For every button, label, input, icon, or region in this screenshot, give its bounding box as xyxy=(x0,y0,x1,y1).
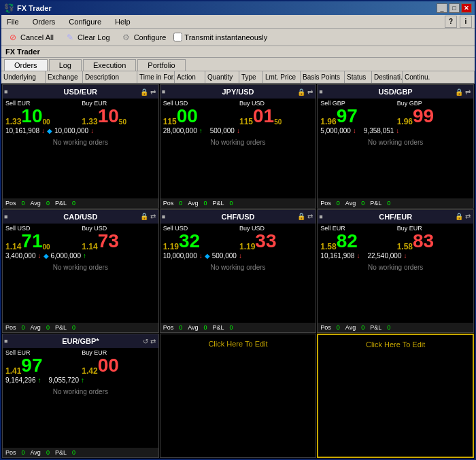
vol-sell-eur-gbp: 9,164,296 xyxy=(5,376,36,384)
click-edit-label-1[interactable]: Click Here To Edit xyxy=(160,337,316,351)
menu-file[interactable]: File xyxy=(4,16,22,27)
corner-icon-3: ■ xyxy=(319,88,322,95)
sell-side-chf-usd: Sell USD 1.19 32 xyxy=(163,225,237,251)
help-area: ? i xyxy=(445,16,472,28)
sell-prefix-jpy-usd: 115 xyxy=(163,118,177,126)
cancel-all-label: Cancel All xyxy=(20,33,54,41)
pos-val-chf-eur: 0 xyxy=(337,324,340,331)
panel-header-jpy-usd: ■ JPY/USD 🔒 ⇄ xyxy=(160,85,316,99)
sell-label-jpy-usd: Sell USD xyxy=(163,100,237,107)
lock-icon-1[interactable]: 🔒 xyxy=(140,88,148,96)
sell-main-cad-usd[interactable]: 71 xyxy=(21,232,42,251)
avg-label-usd-gbp: Avg xyxy=(345,200,356,207)
pos-val-usd-eur: 0 xyxy=(22,200,25,207)
arrows-icon-4[interactable]: ⇄ xyxy=(150,213,156,220)
buy-main-chf-usd[interactable]: 33 xyxy=(255,232,276,251)
tab-execution[interactable]: Execution xyxy=(83,59,136,71)
content-area: FX Trader Orders Log Execution Portfolio… xyxy=(1,46,475,459)
sell-main-usd-gbp[interactable]: 97 xyxy=(337,107,358,126)
cancel-all-button[interactable]: ⊘ Cancel All xyxy=(4,30,57,45)
vol-sell-arrow-jpy-usd: ↑ xyxy=(199,127,203,135)
maximize-button[interactable]: □ xyxy=(449,3,460,13)
panel-click-edit-1[interactable]: Click Here To Edit xyxy=(160,334,317,458)
no-orders-chf-usd: No working orders xyxy=(160,261,316,274)
volume-row-usd-gbp: 5,000,000 ↓ 9,358,051 ↓ xyxy=(318,127,473,136)
close-button[interactable]: ✕ xyxy=(461,3,472,13)
click-edit-label-2[interactable]: Click Here To Edit xyxy=(318,338,473,351)
configure-label: Configure xyxy=(134,33,167,41)
column-headers: Underlying Exchange Description Time in … xyxy=(1,71,475,84)
col-time: Time in For. xyxy=(137,71,175,83)
info-button[interactable]: i xyxy=(460,16,472,28)
configure-button[interactable]: ⚙ Configure xyxy=(118,30,170,45)
panel-click-edit-2[interactable]: Click Here To Edit xyxy=(317,334,474,458)
help-button[interactable]: ? xyxy=(445,16,457,28)
pos-val-jpy-usd: 0 xyxy=(179,200,182,207)
refresh-icon-7[interactable]: ↺ xyxy=(143,338,148,345)
transmit-instantly-checkbox[interactable]: Transmit instantaneously xyxy=(173,33,267,41)
lock-icon-3[interactable]: 🔒 xyxy=(455,88,463,96)
buy-main-usd-gbp[interactable]: 99 xyxy=(413,107,434,126)
sell-prefix-chf-eur: 1.58 xyxy=(320,243,336,251)
lock-icon-4[interactable]: 🔒 xyxy=(140,213,148,220)
vol-sell-arrow-usd-gbp: ↓ xyxy=(353,127,356,135)
menu-configure[interactable]: Configure xyxy=(66,16,104,27)
panel-usd-eur: ■ USD/EUR 🔒 ⇄ Sell EUR 1.33 10 00 xyxy=(2,84,159,209)
sell-side-cad-usd: Sell USD 1.14 71 00 xyxy=(5,225,79,251)
buy-main-eur-gbp[interactable]: 00 xyxy=(98,356,119,375)
no-orders-usd-gbp: No working orders xyxy=(318,136,473,149)
footer-chf-usd: Pos 0 Avg 0 P&L 0 xyxy=(160,323,316,332)
lock-icon-5[interactable]: 🔒 xyxy=(297,213,305,220)
buy-price-row-cad-usd: 1.14 73 xyxy=(82,232,155,251)
col-basis-pts: Basis Points xyxy=(301,71,345,83)
arrows-icon-7[interactable]: ⇄ xyxy=(150,338,156,345)
sell-prefix-usd-gbp: 1.96 xyxy=(320,118,336,126)
arrows-icon-5[interactable]: ⇄ xyxy=(307,213,313,220)
vol-sell-usd-eur: 10,161,908 xyxy=(5,127,39,135)
diamond-usd-eur: ◆ xyxy=(47,127,52,135)
sell-sub-usd-eur: 00 xyxy=(43,118,50,126)
vol-sell-arrow-cad-usd: ↓ xyxy=(38,252,41,260)
arrows-icon-2[interactable]: ⇄ xyxy=(307,88,313,96)
lock-icon-6[interactable]: 🔒 xyxy=(455,213,463,220)
buy-main-chf-eur[interactable]: 83 xyxy=(413,232,434,251)
price-area-usd-gbp: Sell GBP 1.96 97 Buy GBP 1.96 99 xyxy=(318,99,473,127)
buy-main-jpy-usd[interactable]: 01 xyxy=(253,107,274,126)
tab-log[interactable]: Log xyxy=(49,59,82,71)
transmit-checkbox-input[interactable] xyxy=(173,33,182,41)
arrows-icon-6[interactable]: ⇄ xyxy=(465,213,471,220)
panel-cad-usd: ■ CAD/USD 🔒 ⇄ Sell USD 1.14 71 00 xyxy=(2,209,159,334)
buy-main-cad-usd[interactable]: 73 xyxy=(98,232,119,251)
clear-log-button[interactable]: ✎ Clear Log xyxy=(61,30,114,45)
tab-portfolio[interactable]: Portfolio xyxy=(137,59,185,71)
tab-orders[interactable]: Orders xyxy=(4,59,48,71)
col-destination: Destinati. xyxy=(372,71,403,83)
avg-val-chf-usd: 0 xyxy=(204,324,207,331)
buy-prefix-usd-gbp: 1.96 xyxy=(397,118,413,126)
minimize-button[interactable]: _ xyxy=(437,3,447,13)
title-bar-controls: _ □ ✕ xyxy=(437,3,472,13)
menu-help[interactable]: Help xyxy=(112,16,133,27)
vol-sell-cad-usd: 3,400,000 xyxy=(5,252,36,260)
sell-price-row-chf-eur: 1.58 82 xyxy=(320,232,394,251)
price-area-cad-usd: Sell USD 1.14 71 00 Buy USD 1.14 73 xyxy=(3,224,158,252)
avg-label-usd-eur: Avg xyxy=(31,200,41,207)
buy-main-usd-eur[interactable]: 10 xyxy=(98,107,119,126)
lock-icon-2[interactable]: 🔒 xyxy=(297,88,305,96)
arrows-icon-1[interactable]: ⇄ xyxy=(150,88,156,96)
pnl-label-chf-usd: P&L xyxy=(213,324,224,331)
sell-main-usd-eur[interactable]: 10 xyxy=(21,107,42,126)
sell-main-jpy-usd[interactable]: 00 xyxy=(177,107,198,126)
corner-icon-6: ■ xyxy=(319,213,322,220)
avg-label-eur-gbp: Avg xyxy=(31,449,41,456)
avg-val-usd-eur: 0 xyxy=(46,200,50,207)
menu-orders[interactable]: Orders xyxy=(30,16,58,27)
pos-label-chf-usd: Pos xyxy=(163,324,174,331)
sell-main-chf-usd[interactable]: 32 xyxy=(179,232,200,251)
footer-usd-gbp: Pos 0 Avg 0 P&L 0 xyxy=(318,198,473,208)
sell-main-eur-gbp[interactable]: 97 xyxy=(21,356,42,375)
col-description: Description xyxy=(83,71,137,83)
sell-main-chf-eur[interactable]: 82 xyxy=(337,232,358,251)
arrows-icon-3[interactable]: ⇄ xyxy=(465,88,471,96)
sell-price-row-usd-gbp: 1.96 97 xyxy=(320,107,394,126)
